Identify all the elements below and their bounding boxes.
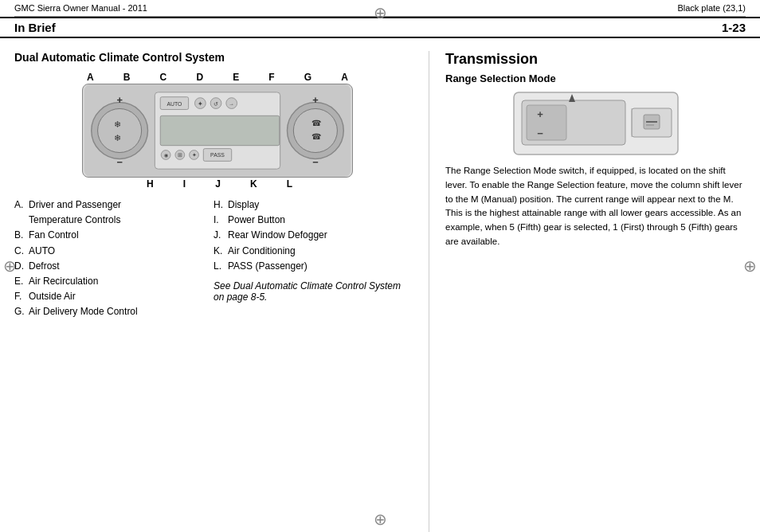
legend-item-K: K. Air Conditioning (214, 244, 413, 259)
svg-point-2 (98, 108, 142, 152)
transmission-body-text: The Range Selection Mode switch, if equi… (445, 164, 746, 249)
label-B: B (123, 72, 131, 83)
svg-text:❄: ❄ (114, 133, 121, 143)
left-section-title: Dual Automatic Climate Control System (14, 51, 413, 64)
legend-item-F: F. Outside Air (14, 289, 214, 304)
svg-text:◉: ◉ (164, 153, 168, 158)
label-L: L (287, 178, 292, 190)
climate-panel-svg: + − ❄ ❄ AUTO ✦ ↺ → (82, 84, 353, 178)
legend-item-B: B. Fan Control (14, 228, 214, 243)
svg-text:↺: ↺ (214, 101, 218, 107)
legend-area: A. Driver and PassengerTemperature Contr… (14, 198, 413, 320)
svg-text:⊞: ⊞ (178, 152, 182, 158)
legend-item-E: E. Air Recirculation (14, 274, 214, 289)
svg-text:−: − (537, 127, 543, 139)
label-K: K (250, 178, 257, 190)
transmission-svg: + − (512, 91, 680, 156)
legend-col-left: A. Driver and PassengerTemperature Contr… (14, 198, 214, 320)
svg-text:→: → (229, 101, 234, 107)
legend-item-I: I. Power Button (214, 213, 413, 228)
legend-item-D: D. Defrost (14, 259, 214, 274)
legend-item-H: H. Display (214, 198, 413, 213)
page-number: 1-23 (722, 21, 746, 34)
label-H: H (147, 178, 154, 190)
legend-item-A: A. Driver and PassengerTemperature Contr… (14, 198, 214, 228)
svg-rect-33 (527, 105, 566, 140)
label-D: D (196, 72, 203, 83)
svg-text:−: − (116, 156, 122, 168)
svg-text:✦: ✦ (198, 100, 203, 108)
label-E: E (233, 72, 239, 83)
label-A-left: A (87, 72, 94, 83)
transmission-title: Transmission (445, 51, 746, 68)
label-J: J (215, 178, 221, 190)
header-left: GMC Sierra Owner Manual - 2011 (14, 3, 147, 13)
legend-item-C: C. AUTO (14, 244, 214, 259)
svg-text:☎: ☎ (311, 132, 321, 141)
svg-point-26 (293, 108, 337, 152)
climate-diagram: A B C D E F G A + − ❄ (22, 72, 413, 190)
label-C: C (160, 72, 167, 83)
section-label: In Brief (14, 21, 56, 34)
header-right: Black plate (23,1) (677, 3, 746, 13)
legend-item-L: L. PASS (Passenger) (214, 259, 413, 274)
svg-rect-16 (160, 115, 279, 145)
label-G: G (304, 72, 311, 83)
legend-item-G: G. Air Delivery Mode Control (14, 304, 214, 319)
svg-text:AUTO: AUTO (166, 101, 182, 107)
svg-text:✦: ✦ (192, 152, 197, 158)
legend-col-right: H. Display I. Power Button J. Rear Windo… (214, 198, 413, 320)
svg-text:❄: ❄ (114, 119, 121, 129)
label-A-right: A (341, 72, 348, 83)
legend-item-J: J. Rear Window Defogger (214, 228, 413, 243)
see-also-text: See Dual Automatic Climate Control Syste… (214, 280, 413, 303)
transmission-diagram: + − (445, 91, 746, 156)
svg-text:☎: ☎ (311, 119, 321, 127)
svg-text:+: + (537, 108, 543, 120)
label-F: F (268, 72, 274, 83)
svg-text:+: + (312, 94, 318, 106)
svg-text:PASS: PASS (210, 152, 225, 158)
label-I: I (183, 178, 186, 190)
svg-text:−: − (312, 156, 318, 168)
range-selection-subtitle: Range Selection Mode (445, 72, 746, 84)
svg-text:+: + (116, 94, 122, 106)
